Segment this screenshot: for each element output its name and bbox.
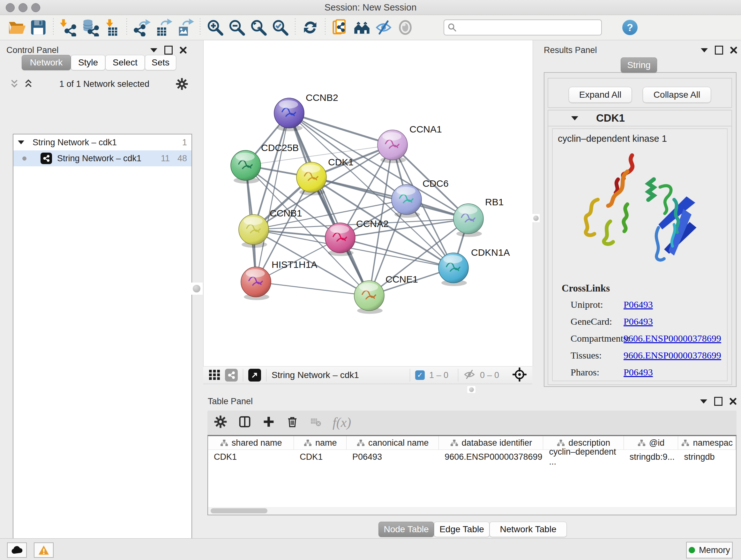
expand-all-button[interactable]: Expand All: [569, 87, 632, 103]
grid-view-icon[interactable]: [208, 368, 220, 382]
network-node-CCNE1[interactable]: [354, 281, 384, 314]
network-node-CCNA2[interactable]: [325, 223, 355, 256]
panel-float-icon[interactable]: [714, 397, 723, 406]
tab-network[interactable]: Network: [22, 55, 71, 70]
column-header-canonical-name[interactable]: canonical name: [347, 436, 439, 449]
network-collection-row[interactable]: String Network – cdk1 1: [13, 134, 192, 150]
network-node-CDKN1A[interactable]: [439, 253, 468, 286]
column-header-namespac[interactable]: namespac: [678, 436, 736, 449]
export-image-icon[interactable]: [176, 18, 194, 37]
network-graph[interactable]: CCNB2CCNA1CDC25BCDK1CDC6RB1CCNB1CCNA2CDK…: [204, 43, 532, 366]
tab-node-table[interactable]: Node Table: [379, 522, 434, 537]
tab-edge-table[interactable]: Edge Table: [434, 522, 489, 537]
crosslink-value-link[interactable]: P06493: [623, 299, 653, 310]
show-columns-icon[interactable]: [238, 415, 252, 430]
tab-network-table[interactable]: Network Table: [489, 522, 567, 537]
help-icon[interactable]: ?: [622, 20, 637, 35]
search-field[interactable]: [444, 19, 602, 36]
protein-section-header[interactable]: CDK1: [548, 111, 731, 126]
column-header--id[interactable]: @id: [624, 436, 678, 449]
network-edge[interactable]: [289, 113, 393, 145]
expand-all-icon[interactable]: [23, 79, 33, 89]
left-splitter-handle[interactable]: [191, 283, 203, 295]
tab-select[interactable]: Select: [105, 55, 145, 70]
network-node-HIST1H1A[interactable]: [241, 267, 271, 300]
column-header-name[interactable]: name: [294, 436, 347, 449]
selected-checkbox-icon[interactable]: ✓: [415, 370, 425, 380]
network-edge[interactable]: [256, 113, 289, 282]
network-canvas[interactable]: CCNB2CCNA1CDC25BCDK1CDC6RB1CCNB1CCNA2CDK…: [203, 40, 533, 366]
memory-button[interactable]: Memory: [686, 542, 733, 558]
panel-menu-icon[interactable]: [150, 48, 157, 52]
import-table-file-icon[interactable]: [103, 18, 121, 37]
import-network-file-icon[interactable]: [59, 18, 77, 37]
network-node-CDC6[interactable]: [392, 185, 421, 218]
window-close-button[interactable]: [6, 3, 15, 12]
table-cell[interactable]: CDK1: [294, 450, 347, 464]
table-cell[interactable]: P06493: [347, 450, 439, 464]
panel-menu-icon[interactable]: [700, 399, 707, 403]
node-table[interactable]: shared namenamecanonical namedatabase id…: [207, 435, 737, 515]
panel-float-icon[interactable]: [715, 46, 723, 55]
right-splitter-handle[interactable]: [532, 214, 540, 222]
zoom-out-icon[interactable]: [227, 18, 246, 37]
table-row[interactable]: CDK1CDK1P064939606.ENSP00000378699cyclin…: [208, 450, 736, 464]
table-cell[interactable]: stringdb:9...: [624, 450, 678, 464]
panel-menu-icon[interactable]: [701, 48, 708, 52]
crosslink-value-link[interactable]: 9606.ENSP00000378699: [623, 333, 721, 344]
column-header-database-identifier[interactable]: database identifier: [439, 436, 543, 449]
cloud-button[interactable]: [7, 543, 27, 558]
panel-float-icon[interactable]: [164, 46, 173, 55]
table-cell[interactable]: cyclin–dependent ...: [543, 450, 623, 464]
tree-expand-icon[interactable]: [18, 140, 24, 144]
open-session-icon[interactable]: [7, 18, 26, 37]
open-in-window-icon[interactable]: [248, 369, 261, 381]
panel-close-icon[interactable]: [730, 398, 737, 405]
column-header-shared-name[interactable]: shared name: [208, 436, 294, 449]
birdseye-crosshair-icon[interactable]: [513, 368, 527, 383]
zoom-selected-icon[interactable]: [271, 18, 289, 37]
zoom-fit-icon[interactable]: [249, 18, 268, 37]
hidden-eye-slash-icon[interactable]: [463, 369, 475, 381]
network-node-CCNA1[interactable]: [378, 130, 408, 163]
scrollbar-thumb[interactable]: [211, 508, 267, 513]
home-icon[interactable]: [353, 18, 371, 37]
window-zoom-button[interactable]: [31, 3, 40, 12]
network-edge[interactable]: [256, 282, 369, 296]
gear-icon[interactable]: [176, 78, 188, 90]
save-session-icon[interactable]: [29, 18, 48, 37]
network-node-CCNB1[interactable]: [239, 214, 269, 248]
first-neighbors-icon[interactable]: [331, 18, 349, 37]
zoom-in-icon[interactable]: [206, 18, 224, 37]
table-settings-gear-icon[interactable]: [214, 415, 227, 430]
export-table-icon[interactable]: [154, 18, 173, 37]
table-cell[interactable]: CDK1: [208, 450, 294, 464]
panel-close-icon[interactable]: [730, 47, 737, 54]
network-node-RB1[interactable]: [454, 204, 483, 237]
window-minimize-button[interactable]: [18, 3, 27, 12]
warning-button[interactable]: [34, 543, 54, 558]
crosslink-value-link[interactable]: P06493: [623, 316, 653, 327]
tab-string[interactable]: String: [621, 57, 657, 73]
table-cell[interactable]: stringdb: [678, 450, 736, 464]
collapse-all-icon[interactable]: [10, 79, 19, 89]
network-node-CDK1[interactable]: [296, 162, 327, 195]
export-network-icon[interactable]: [132, 18, 151, 37]
add-column-icon[interactable]: [262, 415, 275, 429]
delete-column-trash-icon[interactable]: [286, 415, 299, 429]
crosslink-value-link[interactable]: P06493: [623, 367, 653, 378]
panel-close-icon[interactable]: [180, 47, 187, 54]
network-row-selected[interactable]: String Network – cdk1 11 48: [13, 150, 192, 166]
tab-style[interactable]: Style: [71, 55, 105, 70]
show-hide-eye-icon[interactable]: [374, 18, 393, 37]
search-input[interactable]: [460, 22, 601, 33]
table-cell[interactable]: 9606.ENSP00000378699: [439, 450, 543, 464]
share-network-icon[interactable]: [225, 369, 238, 381]
tab-sets[interactable]: Sets: [145, 55, 176, 70]
horizontal-splitter-handle[interactable]: [467, 386, 475, 393]
import-network-database-icon[interactable]: [81, 18, 99, 37]
refresh-icon[interactable]: [301, 18, 320, 37]
section-collapse-icon[interactable]: [571, 116, 578, 120]
crosslink-value-link[interactable]: 9606.ENSP00000378699: [623, 350, 721, 361]
network-node-CDC25B[interactable]: [231, 150, 261, 184]
